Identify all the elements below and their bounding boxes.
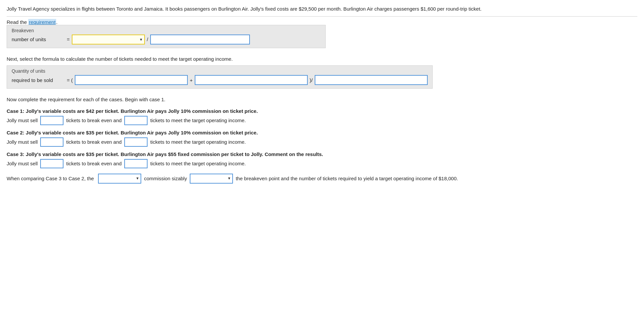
comparing-middle: commission sizably <box>144 175 187 181</box>
read-line: Read the requirement. <box>7 19 637 25</box>
case2-breakeven-input[interactable] <box>40 137 63 147</box>
case1-breakeven-input[interactable] <box>40 116 63 125</box>
case1-target-input[interactable] <box>124 116 148 125</box>
case3-middle-text: tickets to break even and <box>66 161 122 166</box>
requirement-link[interactable]: requirement <box>28 19 56 25</box>
quantity-box: Quantity of units required to be sold = … <box>7 65 433 89</box>
case2-middle-text: tickets to break even and <box>66 139 122 145</box>
intro-text: Jolly Travel Agency specializes in fligh… <box>7 5 637 13</box>
case1-row: Jolly must sell tickets to break even an… <box>7 116 637 125</box>
quantity-input3[interactable] <box>315 75 428 85</box>
case3-end-text: tickets to meet the target operating inc… <box>150 161 246 166</box>
case2-label: Jolly must sell <box>7 139 38 145</box>
quantity-plus: + <box>190 77 193 83</box>
next-text: Next, select the formula to calculate th… <box>7 55 637 63</box>
case1-bold: Case 1: <box>7 108 24 114</box>
breakeven-formula-row: number of units = Fixed Costs / Contribu… <box>12 35 321 44</box>
case3-rest: Jolly's variable costs are $35 per ticke… <box>24 151 323 157</box>
breakeven-formula-select[interactable]: Fixed Costs / Contribution Margin per Un… <box>72 35 145 44</box>
case2-bold: Case 2: <box>7 130 24 135</box>
case2-target-input[interactable] <box>124 137 148 147</box>
comparing-select1-wrapper: fixed variable <box>98 174 141 184</box>
comparing-prefix: When comparing Case 3 to Case 2, the <box>7 175 94 181</box>
breakeven-select-wrapper: Fixed Costs / Contribution Margin per Un… <box>72 35 145 44</box>
case1-rest: Jolly's variable costs are $42 per ticke… <box>24 108 258 114</box>
case1-label: Jolly must sell <box>7 118 38 123</box>
case1-title: Case 1: Jolly's variable costs are $42 p… <box>7 108 637 114</box>
breakeven-title: Breakeven <box>12 28 321 33</box>
case3-row: Jolly must sell tickets to break even an… <box>7 159 637 168</box>
quantity-close-paren-slash: )/ <box>310 77 313 83</box>
breakeven-denominator-input[interactable] <box>150 35 250 44</box>
case2-row: Jolly must sell tickets to break even an… <box>7 137 637 147</box>
comparing-sentence: When comparing Case 3 to Case 2, the fix… <box>7 174 637 184</box>
comparing-select2-wrapper: increases decreases does not change <box>190 174 233 184</box>
breakeven-box: Breakeven number of units = Fixed Costs … <box>7 25 326 48</box>
quantity-input2[interactable] <box>195 75 308 85</box>
case1-middle-text: tickets to break even and <box>66 118 122 123</box>
begin-text: Now complete the requirement for each of… <box>7 96 637 104</box>
breakeven-label: number of units <box>12 37 65 42</box>
quantity-equals: = ( <box>67 77 73 83</box>
comparing-direction-select[interactable]: increases decreases does not change <box>190 174 233 184</box>
case3-label: Jolly must sell <box>7 161 38 166</box>
breakeven-equals: = <box>67 37 70 42</box>
case3-breakeven-input[interactable] <box>40 159 63 168</box>
read-period: . <box>56 19 57 25</box>
quantity-formula-row: required to be sold = ( + )/ <box>12 75 428 85</box>
case3-target-input[interactable] <box>124 159 148 168</box>
case1-end-text: tickets to meet the target operating inc… <box>150 118 246 123</box>
comparing-suffix: the breakeven point and the number of ti… <box>236 175 458 181</box>
case3-title: Case 3: Jolly's variable costs are $35 p… <box>7 151 637 157</box>
comparing-commission-select[interactable]: fixed variable <box>98 174 141 184</box>
breakeven-slash: / <box>147 37 148 42</box>
case2-rest: Jolly's variable costs are $35 per ticke… <box>24 130 258 135</box>
case3-bold: Case 3: <box>7 151 24 157</box>
read-text: Read the <box>7 19 28 25</box>
quantity-title: Quantity of units <box>12 68 428 74</box>
quantity-label: required to be sold <box>12 77 65 83</box>
case2-title: Case 2: Jolly's variable costs are $35 p… <box>7 130 637 135</box>
quantity-input1[interactable] <box>75 75 188 85</box>
divider-top <box>7 16 637 17</box>
case2-end-text: tickets to meet the target operating inc… <box>150 139 246 145</box>
